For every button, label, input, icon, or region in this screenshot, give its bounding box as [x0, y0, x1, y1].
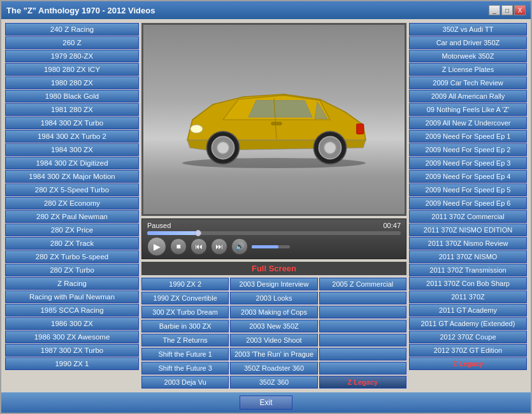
left-panel-button[interactable]: Racing with Paul Newman	[5, 290, 139, 303]
grid-button[interactable]: 2003 Design Interview	[230, 278, 317, 290]
left-panel-button[interactable]: 1981 280 ZX	[5, 103, 139, 116]
right-panel-button[interactable]: 2011 GT Academy	[409, 304, 527, 317]
left-panel-button[interactable]: 1984 300 ZX Turbo	[5, 117, 139, 129]
grid-button[interactable]	[319, 362, 406, 375]
play-button[interactable]: ▶	[147, 237, 166, 256]
right-panel-button[interactable]: 2011 370Z Commercial	[409, 210, 527, 223]
right-panel-button[interactable]: 2009 Need For Speed Ep 3	[409, 157, 527, 169]
svg-point-4	[217, 141, 229, 153]
right-panel-button[interactable]: 2011 370Z NISMO	[409, 250, 527, 263]
left-panel-button[interactable]: 260 Z	[5, 36, 139, 49]
volume-button[interactable]: 🔊	[231, 238, 248, 255]
right-panel-button[interactable]: 2009 Need For Speed Ep 5	[409, 183, 527, 196]
right-panel-button[interactable]: Z Legacy	[409, 357, 527, 370]
svg-rect-9	[357, 124, 364, 134]
minimize-button[interactable]: _	[489, 5, 500, 15]
left-panel-button[interactable]: 280 ZX 5-Speed Turbo	[5, 183, 139, 196]
close-button[interactable]: X	[514, 5, 526, 15]
main-window: The "Z" Anthology 1970 - 2012 Videos _ □…	[0, 0, 532, 414]
left-panel-button[interactable]: 1987 300 ZX Turbo	[5, 344, 139, 357]
left-panel-button[interactable]: 280 ZX Paul Newman	[5, 210, 139, 223]
grid-button[interactable]: 2003 'The Run' in Prague	[230, 348, 317, 360]
left-panel-button[interactable]: 1984 300 ZX	[5, 143, 139, 156]
left-panel-button[interactable]: 1979 280-ZX	[5, 50, 139, 62]
stop-button[interactable]: ■	[170, 238, 187, 255]
svg-point-7	[324, 141, 336, 153]
grid-button[interactable]: Z Legacy	[319, 376, 406, 389]
right-panel-button[interactable]: 2012 370Z GT Edition	[409, 344, 527, 357]
left-panel-button[interactable]: 240 Z Racing	[5, 23, 139, 36]
left-panel-button[interactable]: 1990 ZX 1	[5, 357, 139, 370]
right-panel-button[interactable]: 2011 370Z Con Bob Sharp	[409, 277, 527, 290]
right-panel-button[interactable]: 2011 GT Academy (Extended)	[409, 317, 527, 330]
right-panel-button[interactable]: Car and Driver 350Z	[409, 36, 527, 49]
right-panel-button[interactable]: Motorweek 350Z	[409, 50, 527, 62]
volume-bar[interactable]	[252, 245, 290, 248]
next-button[interactable]: ⏭	[211, 238, 227, 255]
right-panel-button[interactable]: 2009 Need For Speed Ep 6	[409, 197, 527, 210]
progress-thumb[interactable]	[195, 230, 201, 236]
grid-button[interactable]	[319, 348, 406, 360]
grid-button[interactable]: 2003 New 350Z	[230, 320, 317, 332]
right-panel-button[interactable]: 2009 Need For Speed Ep 4	[409, 170, 527, 183]
left-panel-button[interactable]: 280 ZX Price	[5, 224, 139, 236]
left-panel-button[interactable]: 280 ZX Track	[5, 237, 139, 250]
right-panel: 350Z vs Audi TTCar and Driver 350ZMotorw…	[409, 23, 527, 389]
right-panel-button[interactable]: 09 Nothing Feels Like A 'Z'	[409, 103, 527, 116]
right-panel-button[interactable]: 2009 Need For Speed Ep 2	[409, 143, 527, 156]
progress-bar[interactable]	[147, 231, 401, 235]
grid-button[interactable]: 2003 Making of Cops	[230, 306, 317, 318]
grid-button[interactable]	[319, 320, 406, 332]
grid-button[interactable]: 2005 Z Commercial	[319, 278, 406, 290]
exit-button[interactable]: Exit	[240, 396, 292, 410]
right-panel-button[interactable]: 2009 All New Z Undercover	[409, 117, 527, 129]
svg-point-8	[191, 125, 203, 133]
right-panel-button[interactable]: 2011 370Z Transmission	[409, 264, 527, 276]
left-panel-button[interactable]: 1984 300 ZX Major Motion	[5, 170, 139, 183]
grid-button[interactable]	[319, 292, 406, 304]
left-panel-button[interactable]: 1980 280 ZX	[5, 76, 139, 89]
grid-button[interactable]: 1990 ZX Convertible	[141, 292, 229, 304]
svg-rect-10	[271, 122, 282, 125]
right-panel-button[interactable]: 2011 370Z	[409, 290, 527, 303]
prev-button[interactable]: ⏮	[191, 238, 207, 255]
left-panel-button[interactable]: 280 ZX Economy	[5, 197, 139, 210]
grid-button[interactable]: 2003 Deja Vu	[141, 376, 229, 389]
left-panel-button[interactable]: Z Racing	[5, 277, 139, 290]
grid-button[interactable]: 2003 Looks	[230, 292, 317, 304]
right-panel-button[interactable]: Z License Plates	[409, 63, 527, 76]
grid-button[interactable]: Barbie in 300 ZX	[141, 320, 229, 332]
playback-controls: ▶ ■ ⏮ ⏭ 🔊	[147, 237, 401, 256]
left-panel-button[interactable]: 1980 280 ZX ICY	[5, 63, 139, 76]
grid-button[interactable]: 1990 ZX 2	[141, 278, 229, 290]
grid-button[interactable]: Shift the Future 3	[141, 362, 229, 375]
left-panel-button[interactable]: 280 ZX Turbo 5-speed	[5, 250, 139, 263]
right-panel-button[interactable]: 2011 370Z NISMO EDITION	[409, 224, 527, 236]
left-panel-button[interactable]: 1980 Black Gold	[5, 90, 139, 103]
grid-button[interactable]: 2003 Video Shoot	[230, 334, 317, 346]
controls-status-row: Paused 00:47	[147, 222, 401, 229]
left-panel-button[interactable]: 280 ZX Turbo	[5, 264, 139, 276]
left-panel-button[interactable]: 1986 300 ZX Awesome	[5, 331, 139, 343]
content-area: 240 Z Racing260 Z1979 280-ZX1980 280 ZX …	[1, 19, 531, 392]
title-bar: The "Z" Anthology 1970 - 2012 Videos _ □…	[1, 1, 531, 19]
maximize-button[interactable]: □	[501, 5, 513, 15]
fullscreen-button[interactable]: Full Screen	[141, 262, 406, 275]
grid-button[interactable]: The Z Returns	[141, 334, 229, 346]
left-panel-button[interactable]: 1985 SCCA Racing	[5, 304, 139, 317]
right-panel-button[interactable]: 2009 Need For Speed Ep 1	[409, 130, 527, 143]
right-panel-button[interactable]: 2011 370Z Nismo Review	[409, 237, 527, 250]
right-panel-button[interactable]: 2009 All American Rally	[409, 90, 527, 103]
right-panel-button[interactable]: 350Z vs Audi TT	[409, 23, 527, 36]
grid-button[interactable]: 350Z Roadster 360	[230, 362, 317, 375]
right-panel-button[interactable]: 2012 370Z Coupe	[409, 331, 527, 343]
grid-button[interactable]: 300 ZX Turbo Dream	[141, 306, 229, 318]
right-panel-button[interactable]: 2009 Car Tech Review	[409, 76, 527, 89]
left-panel-button[interactable]: 1984 300 ZX Digitized	[5, 157, 139, 169]
grid-button[interactable]	[319, 306, 406, 318]
grid-button[interactable]: Shift the Future 1	[141, 348, 229, 360]
left-panel-button[interactable]: 1984 300 ZX Turbo 2	[5, 130, 139, 143]
grid-button[interactable]: 350Z 360	[230, 376, 317, 389]
grid-button[interactable]	[319, 334, 406, 346]
left-panel-button[interactable]: 1986 300 ZX	[5, 317, 139, 330]
